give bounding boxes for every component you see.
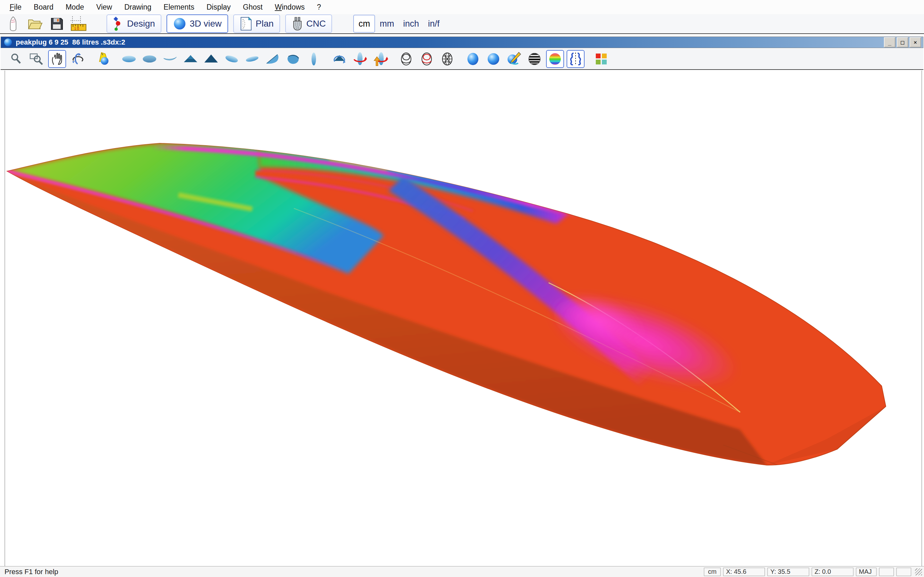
view-side-icon[interactable] [305, 50, 323, 68]
flip-board-icon[interactable] [372, 50, 389, 68]
save-file-icon[interactable] [48, 15, 65, 32]
view-toolbar [1, 49, 923, 70]
symmetry-check-icon[interactable] [567, 50, 585, 68]
menu-help[interactable]: ? [317, 3, 321, 11]
render-paint-icon[interactable] [505, 50, 523, 68]
status-cells: cm X: 45.6 Y: 35.5 Z: 0.0 MAJ [704, 568, 922, 576]
unit-selector: cm mm inch in/f [353, 15, 444, 33]
measure-ruler-icon[interactable]: 1 0 [70, 15, 87, 32]
status-help-text: Press F1 for help [5, 568, 58, 576]
design-mode-button[interactable]: Design [107, 15, 162, 33]
menu-ghost[interactable]: Ghost [243, 3, 262, 11]
status-z: Z: 0.0 [812, 568, 853, 576]
menu-elements[interactable]: Elements [164, 3, 194, 11]
plan-page-icon [240, 17, 252, 31]
menu-drawing[interactable]: Drawing [124, 3, 151, 11]
status-caps: MAJ [856, 568, 877, 576]
pan-hand-icon[interactable] [48, 50, 66, 68]
spin-view-icon[interactable] [330, 50, 349, 68]
status-x: X: 45.6 [723, 568, 765, 576]
status-y: Y: 35.5 [767, 568, 809, 576]
wireframe-icon[interactable] [397, 50, 415, 68]
status-unit: cm [704, 568, 720, 576]
light-icon[interactable] [94, 50, 112, 68]
unit-inf[interactable]: in/f [423, 15, 444, 32]
zoom-icon[interactable] [7, 50, 25, 68]
main-toolbar: 1 0 Design 3D view [0, 14, 924, 34]
close-button[interactable]: × [909, 37, 921, 47]
unit-cm[interactable]: cm [353, 15, 375, 33]
menu-file[interactable]: File [10, 3, 21, 11]
rotate-board-icon[interactable] [351, 50, 369, 68]
view-perspective-3-icon[interactable] [264, 50, 282, 68]
document-title: peakplug 6 9 25 86 litres .s3dx:2 [16, 38, 125, 47]
mesh-icon[interactable] [438, 50, 456, 68]
design-nodes-icon [113, 17, 124, 31]
view-perspective-2-icon[interactable] [243, 50, 261, 68]
sphere-3d-icon [173, 17, 186, 31]
application-window: File Board Mode View Drawing Elements Di… [0, 0, 924, 577]
unit-inch[interactable]: inch [399, 15, 423, 32]
view-back-icon[interactable] [202, 50, 220, 68]
wireframe-highlight-icon[interactable] [418, 50, 436, 68]
board-render [5, 71, 921, 566]
status-extra-2 [897, 568, 911, 576]
window-controls: _ □ × [884, 37, 921, 47]
cnc-label: CNC [306, 19, 326, 29]
3d-viewport[interactable] [5, 71, 922, 566]
minimize-button[interactable]: _ [884, 37, 895, 47]
unit-mm[interactable]: mm [375, 15, 399, 32]
view-deck-icon[interactable] [120, 50, 138, 68]
view-perspective-4-icon[interactable] [284, 50, 302, 68]
menu-bar: File Board Mode View Drawing Elements Di… [0, 0, 924, 14]
3d-view-mode-button[interactable]: 3D view [166, 15, 228, 33]
maximize-button[interactable]: □ [897, 37, 908, 47]
menu-view[interactable]: View [96, 3, 112, 11]
menu-windows[interactable]: Windows [275, 3, 304, 11]
ruler-digits: 1 0 [74, 27, 79, 31]
3d-view-label: 3D view [190, 19, 222, 29]
status-extra-1 [879, 568, 894, 576]
color-palette-icon[interactable] [592, 50, 610, 68]
curvature-map-icon[interactable] [546, 50, 564, 68]
document-sphere-icon [3, 38, 13, 47]
zoom-window-icon[interactable] [27, 50, 45, 68]
menu-board[interactable]: Board [34, 3, 53, 11]
plan-mode-button[interactable]: Plan [233, 15, 280, 33]
status-bar: Press F1 for help cm X: 45.6 Y: 35.5 Z: … [0, 566, 924, 577]
design-label: Design [127, 19, 155, 29]
rotate-3d-icon[interactable] [69, 50, 87, 68]
view-front-icon[interactable] [182, 50, 200, 68]
document-title-bar[interactable]: peakplug 6 9 25 86 litres .s3dx:2 _ □ × [1, 37, 923, 48]
cnc-mode-button[interactable]: CNC [285, 15, 333, 33]
open-folder-icon[interactable] [26, 15, 44, 32]
zebra-stripes-icon[interactable] [525, 50, 543, 68]
menu-display[interactable]: Display [207, 3, 231, 11]
view-rocker-icon[interactable] [161, 50, 179, 68]
cnc-bit-icon [292, 17, 303, 31]
render-shaded-icon[interactable] [485, 50, 502, 68]
menu-mode[interactable]: Mode [65, 3, 84, 11]
glove-pointer-icon[interactable] [5, 15, 22, 32]
view-perspective-1-icon[interactable] [223, 50, 241, 68]
view-bottom-icon[interactable] [141, 50, 158, 68]
resize-grip[interactable] [915, 568, 922, 575]
render-smooth-icon[interactable] [464, 50, 482, 68]
plan-label: Plan [256, 19, 274, 29]
